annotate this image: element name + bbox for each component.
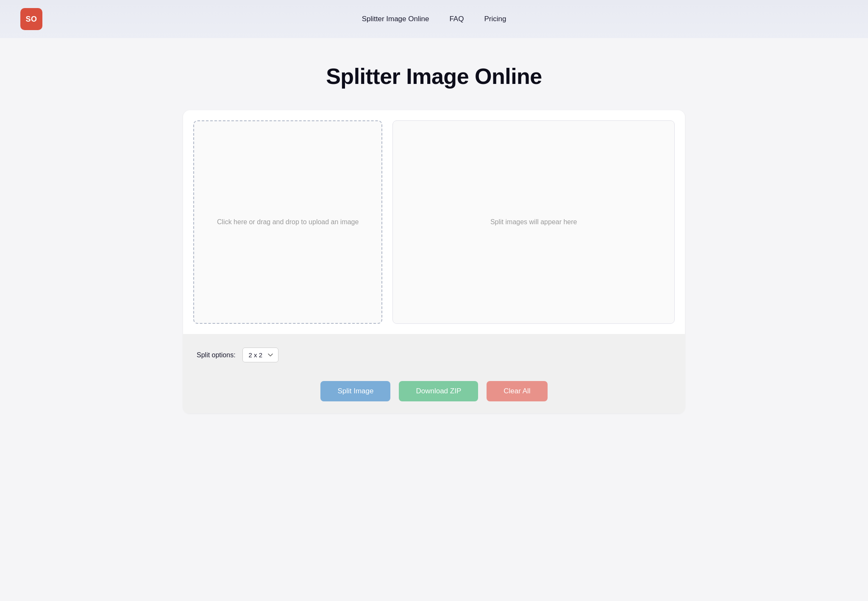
split-select[interactable]: 1 x 2 1 x 3 2 x 2 2 x 3 3 x 3 4 x 4 xyxy=(242,348,278,362)
split-options-label: Split options: xyxy=(197,351,236,359)
logo[interactable]: SO xyxy=(20,8,42,30)
header: SO Splitter Image Online FAQ Pricing xyxy=(0,0,868,38)
upload-hint: Click here or drag and drop to upload an… xyxy=(217,218,359,226)
nav-pricing[interactable]: Pricing xyxy=(484,15,506,23)
buttons-row: Split Image Download ZIP Clear All xyxy=(195,374,673,405)
main-card: Click here or drag and drop to upload an… xyxy=(183,110,685,413)
logo-container: SO xyxy=(20,8,42,30)
split-options: Split options: 1 x 2 1 x 3 2 x 2 2 x 3 3… xyxy=(197,348,278,362)
main-content: Splitter Image Online Click here or drag… xyxy=(163,38,705,430)
split-image-button[interactable]: Split Image xyxy=(320,381,390,401)
nav-faq[interactable]: FAQ xyxy=(449,15,464,23)
clear-all-button[interactable]: Clear All xyxy=(487,381,547,401)
upload-panel[interactable]: Click here or drag and drop to upload an… xyxy=(193,120,382,324)
bottom-area: Split options: 1 x 2 1 x 3 2 x 2 2 x 3 3… xyxy=(183,334,685,413)
nav-splitter-image-online[interactable]: Splitter Image Online xyxy=(362,15,429,23)
download-zip-button[interactable]: Download ZIP xyxy=(399,381,478,401)
main-nav: Splitter Image Online FAQ Pricing xyxy=(362,15,506,23)
preview-hint: Split images will appear here xyxy=(490,218,577,226)
panels-row: Click here or drag and drop to upload an… xyxy=(193,120,675,324)
page-title: Splitter Image Online xyxy=(183,64,685,89)
controls-row: Split options: 1 x 2 1 x 3 2 x 2 2 x 3 3… xyxy=(195,342,673,367)
preview-panel: Split images will appear here xyxy=(392,120,675,324)
